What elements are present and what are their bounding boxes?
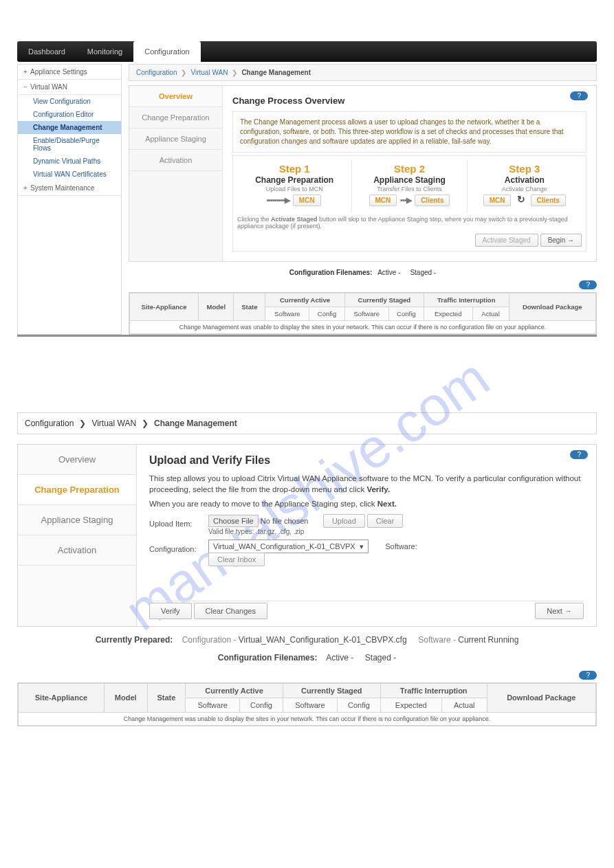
sites-table-message: Change Management was unable to display … (130, 321, 596, 334)
step2-mcn-button[interactable]: MCN (369, 194, 397, 206)
wizard-tab-overview[interactable]: Overview (18, 445, 136, 475)
wizard-tab-activation[interactable]: Activation (18, 535, 136, 566)
software-label: Software: (385, 542, 417, 550)
tab-configuration[interactable]: Configuration (133, 41, 200, 62)
th-traffic-interruption: Traffic Interruption (424, 293, 509, 307)
wizard-tab-change-preparation[interactable]: Change Preparation (18, 475, 136, 505)
upload-item-label: Upload Item: (149, 517, 208, 528)
table-help-icon[interactable]: ? (579, 280, 597, 289)
sidebar-item-virtual-wan-certificates[interactable]: Virtual WAN Certificates (18, 168, 121, 181)
wizard-tab-overview[interactable]: Overview (129, 86, 222, 107)
sites-table-2: Site-Appliance Model State Currently Act… (17, 682, 597, 726)
breadcrumb-configuration[interactable]: Configuration (136, 69, 177, 76)
top-nav: Dashboard Monitoring Configuration (17, 41, 597, 62)
wizard-tab-appliance-staging[interactable]: Appliance Staging (129, 129, 222, 150)
breadcrumb-virtual-wan[interactable]: Virtual WAN (91, 419, 136, 428)
overview-intro-text: The Change Management process allows a u… (232, 111, 586, 153)
sidebar-group-appliance-settings[interactable]: +Appliance Settings (18, 65, 121, 80)
instruction-1: This step allows you to upload Citrix Vi… (149, 474, 584, 495)
help-icon[interactable]: ? (570, 91, 588, 100)
instruction-2: When you are ready to move to the Applia… (149, 499, 584, 510)
configuration-filenames-row-2: Configuration Filenames: Active - Staged… (17, 653, 597, 663)
activate-staged-note: Clicking the Activate Staged button will… (237, 216, 582, 230)
breadcrumb: Configuration❯ Virtual WAN❯ Change Manag… (129, 64, 597, 81)
sidebar-item-change-management[interactable]: Change Management (18, 121, 121, 134)
chosen-file-text: No file chosen (261, 517, 309, 525)
begin-button[interactable]: Begin → (540, 234, 582, 247)
configuration-label: Configuration: (149, 542, 208, 553)
upload-button[interactable]: Upload (323, 514, 365, 528)
step-2: Step 2 Appliance Staging Transfer Files … (352, 160, 467, 212)
sidebar-item-configuration-editor[interactable]: Configuration Editor (18, 108, 121, 121)
th-currently-active: Currently Active (265, 293, 344, 307)
wizard-tab-appliance-staging[interactable]: Appliance Staging (18, 505, 136, 535)
breadcrumb-2: Configuration❯ Virtual WAN❯ Change Manag… (17, 412, 597, 434)
clear-button[interactable]: Clear (367, 514, 403, 528)
help-icon[interactable]: ? (570, 450, 588, 459)
breadcrumb-virtual-wan[interactable]: Virtual WAN (190, 69, 228, 76)
choose-file-button[interactable]: Choose File (208, 515, 259, 527)
panel-title: Upload and Verify Files (149, 454, 584, 467)
step-1: Step 1 Change Preparation Upload Files t… (237, 160, 352, 212)
step3-mcn-button[interactable]: MCN (483, 194, 512, 206)
step3-clients-button[interactable]: Clients (531, 194, 566, 206)
table-help-icon[interactable]: ? (579, 671, 597, 680)
breadcrumb-current: Change Management (241, 69, 311, 76)
sidebar: +Appliance Settings −Virtual WAN View Co… (17, 64, 122, 335)
step-3: Step 3 Activation Activate Change MCN ↻ … (468, 160, 582, 212)
th-model: Model (199, 293, 234, 321)
th-download-package: Download Package (509, 293, 595, 321)
breadcrumb-configuration[interactable]: Configuration (25, 419, 74, 428)
th-site-appliance: Site-Appliance (130, 293, 199, 321)
refresh-icon: ↻ (517, 194, 525, 205)
tab-dashboard[interactable]: Dashboard (17, 41, 76, 62)
next-button[interactable]: Next → (535, 603, 584, 619)
panel-title: Change Process Overview (232, 96, 586, 106)
wizard-tab-activation[interactable]: Activation (129, 150, 222, 171)
sidebar-group-virtual-wan[interactable]: −Virtual WAN (18, 80, 121, 95)
wizard-tab-change-preparation[interactable]: Change Preparation (129, 107, 222, 129)
sites-table-message: Change Management was unable to display … (19, 712, 596, 725)
configuration-filenames-row: Configuration Filenames: Active - Staged… (129, 269, 597, 276)
activate-staged-button[interactable]: Activate Staged (475, 234, 538, 247)
sidebar-item-view-configuration[interactable]: View Configuration (18, 95, 121, 108)
verify-button[interactable]: Verify (149, 603, 192, 619)
breadcrumb-current: Change Management (154, 419, 237, 428)
step2-clients-button[interactable]: Clients (415, 194, 450, 206)
th-currently-staged: Currently Staged (344, 293, 424, 307)
tab-monitoring[interactable]: Monitoring (76, 41, 133, 62)
sidebar-group-system-maintenance[interactable]: +System Maintenance (18, 181, 121, 196)
sites-table: Site-Appliance Model State Currently Act… (129, 292, 597, 335)
valid-file-types: Valid file types: .tar.gz, .cfg, .zip (208, 528, 403, 535)
currently-prepared-row: Currently Prepared: Configuration - Virt… (17, 635, 597, 645)
wizard-tabs-2: Overview Change Preparation Appliance St… (18, 445, 137, 626)
th-state: State (234, 293, 265, 321)
sidebar-item-dynamic-virtual-paths[interactable]: Dynamic Virtual Paths (18, 155, 121, 168)
wizard-tabs: Overview Change Preparation Appliance St… (129, 86, 223, 261)
arrow-icon: ▪▪▪▶ (400, 196, 411, 205)
arrow-icon: ▪▪▪▪▪▪▪▪▪▶ (267, 196, 289, 205)
sidebar-item-enable-disable-purge-flows[interactable]: Enable/Disable/Purge Flows (18, 134, 121, 155)
configuration-select[interactable]: Virtual_WAN_Configuration_K-01_CBVPX ▾ (208, 539, 369, 553)
clear-changes-button[interactable]: Clear Changes (194, 603, 267, 619)
clear-inbox-button[interactable]: Clear Inbox (208, 553, 265, 566)
step1-mcn-button[interactable]: MCN (293, 194, 321, 206)
